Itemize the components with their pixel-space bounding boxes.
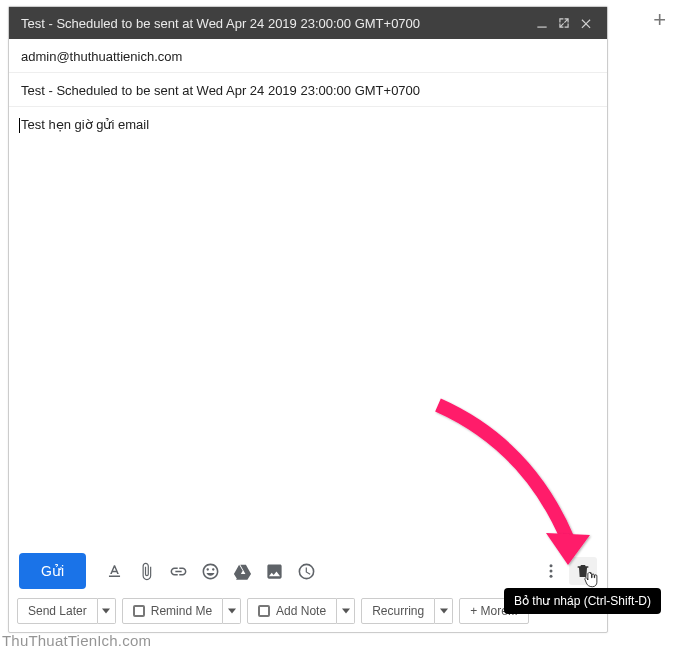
expand-icon[interactable] [553, 16, 575, 30]
svg-rect-0 [537, 27, 546, 28]
text-format-icon[interactable] [100, 557, 128, 585]
window-title: Test - Scheduled to be sent at Wed Apr 2… [21, 16, 531, 31]
attach-icon[interactable] [132, 557, 160, 585]
recipients-field[interactable]: admin@thuthuattienich.com [9, 39, 607, 73]
remind-me-dropdown[interactable] [223, 598, 241, 624]
svg-point-1 [550, 564, 553, 567]
remind-me-checkbox[interactable] [133, 605, 145, 617]
body-text: Test hẹn giờ gửi email [21, 117, 595, 132]
svg-point-2 [550, 570, 553, 573]
close-icon[interactable] [575, 16, 597, 30]
add-note-checkbox[interactable] [258, 605, 270, 617]
discard-draft-icon[interactable] [569, 557, 597, 585]
send-later-dropdown[interactable] [98, 598, 116, 624]
link-icon[interactable] [164, 557, 192, 585]
minimize-icon[interactable] [531, 16, 553, 30]
image-icon[interactable] [260, 557, 288, 585]
more-options-icon[interactable] [537, 557, 565, 585]
email-body[interactable]: Test hẹn giờ gửi email [9, 107, 607, 547]
titlebar: Test - Scheduled to be sent at Wed Apr 2… [9, 7, 607, 39]
drive-icon[interactable] [228, 557, 256, 585]
send-button[interactable]: Gửi [19, 553, 86, 589]
compose-window: Test - Scheduled to be sent at Wed Apr 2… [8, 6, 608, 633]
subject-field[interactable]: Test - Scheduled to be sent at Wed Apr 2… [9, 73, 607, 107]
recurring-dropdown[interactable] [435, 598, 453, 624]
recipient-chip[interactable]: admin@thuthuattienich.com [21, 49, 182, 64]
schedule-lock-icon[interactable] [292, 557, 320, 585]
watermark-text: ThuThuatTienIch.com [2, 632, 151, 649]
emoji-icon[interactable] [196, 557, 224, 585]
add-note-dropdown[interactable] [337, 598, 355, 624]
remind-me-button[interactable]: Remind Me [122, 598, 223, 624]
svg-point-3 [550, 575, 553, 578]
recurring-button[interactable]: Recurring [361, 598, 435, 624]
subject-text: Test - Scheduled to be sent at Wed Apr 2… [21, 83, 420, 98]
send-later-button[interactable]: Send Later [17, 598, 98, 624]
new-tab-plus-icon[interactable]: + [653, 7, 666, 33]
discard-tooltip: Bỏ thư nháp (Ctrl-Shift-D) [504, 588, 661, 614]
add-note-button[interactable]: Add Note [247, 598, 337, 624]
